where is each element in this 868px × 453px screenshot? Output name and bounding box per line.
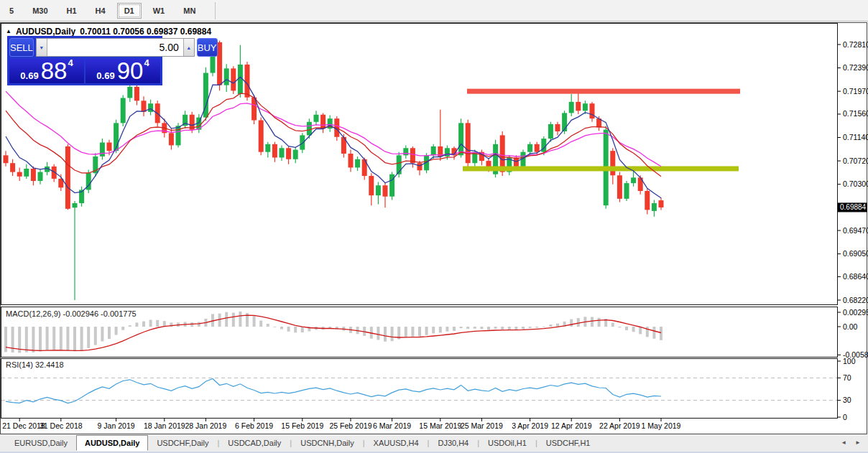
- sell-button[interactable]: SELL: [9, 38, 34, 57]
- chart-collapse-icon[interactable]: ▲: [6, 29, 11, 34]
- scroll-right-button[interactable]: ►: [855, 439, 861, 446]
- timeframe-toolbar: 5M30H1H4D1W1MN: [0, 0, 868, 22]
- symbol-tab-USDCAD-Daily[interactable]: USDCAD,Daily: [219, 436, 290, 450]
- buy-price-prefix: 0.69: [96, 71, 114, 80]
- chart-symbol-label: AUDUSD,Daily: [16, 27, 75, 37]
- timeframe-button-5[interactable]: 5: [2, 4, 21, 18]
- chart-ohlc-values: 0.70011 0.70056 0.69837 0.69884: [80, 27, 211, 37]
- timeframe-button-H1[interactable]: H1: [60, 4, 84, 18]
- symbol-tab-AUDUSD-Daily[interactable]: AUDUSD,Daily: [76, 435, 148, 451]
- macd-indicator-label: MACD(12,26,9) -0.002946 -0.001775: [6, 309, 137, 318]
- symbol-tab-USDCHF-Daily[interactable]: USDCHF,Daily: [148, 436, 217, 450]
- sell-price-prefix: 0.69: [20, 71, 38, 80]
- buy-price-pipette: 4: [144, 57, 149, 68]
- timeframe-button-W1[interactable]: W1: [146, 4, 172, 18]
- rsi-indicator-label: RSI(14) 32.4418: [6, 360, 64, 369]
- chart-title: ▲ AUDUSD,Daily 0.70011 0.70056 0.69837 0…: [6, 27, 211, 37]
- buy-button[interactable]: BUY: [197, 38, 218, 57]
- sell-price-big-digits: 88: [41, 61, 68, 80]
- timeframe-button-D1[interactable]: D1: [117, 3, 142, 19]
- volume-decrease-button[interactable]: ▼: [37, 39, 47, 56]
- volume-input[interactable]: [47, 39, 183, 56]
- symbol-tab-USDCHF-H1[interactable]: USDCHF,H1: [537, 436, 599, 450]
- symbol-tab-USDOil-H1[interactable]: USDOil,H1: [479, 436, 535, 450]
- sell-price-pipette: 4: [68, 57, 73, 68]
- toolbar-separator: [215, 2, 216, 19]
- timeframe-button-MN[interactable]: MN: [176, 4, 203, 18]
- trade-panel: SELL ▼ ▲ BUY 0.69884 0.69904: [7, 36, 162, 85]
- buy-price-big-digits: 90: [117, 61, 144, 80]
- symbol-tab-XAUUSD-H4[interactable]: XAUUSD,H4: [365, 436, 428, 450]
- sell-price-box[interactable]: 0.69884: [9, 59, 84, 83]
- scroll-left-button[interactable]: ◄: [841, 439, 846, 446]
- volume-stepper: ▼ ▲: [36, 38, 195, 57]
- symbol-tab-DJ30-H4[interactable]: DJ30,H4: [429, 436, 477, 450]
- buy-price-box[interactable]: 0.69904: [86, 59, 160, 83]
- symbol-tab-EURUSD-Daily[interactable]: EURUSD,Daily: [6, 436, 76, 450]
- mt4-window: 5M30H1H4D1W1MN 0.728100.723900.719700.71…: [0, 0, 868, 453]
- timeframe-button-H4[interactable]: H4: [88, 4, 113, 18]
- volume-increase-button[interactable]: ▲: [183, 39, 194, 56]
- symbol-tabbar: EURUSD,DailyAUDUSD,DailyUSDCHF,Daily|USD…: [0, 434, 868, 453]
- timeframe-button-M30[interactable]: M30: [25, 4, 55, 18]
- symbol-tab-USDCNH-Daily[interactable]: USDCNH,Daily: [292, 436, 363, 450]
- tab-scroll-controls: ◄►: [841, 439, 861, 446]
